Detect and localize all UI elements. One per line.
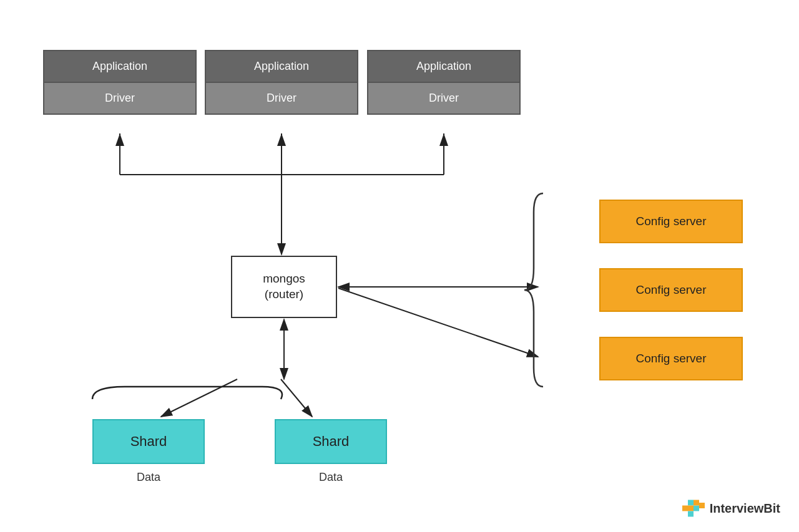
shard-box-1: Shard	[92, 419, 205, 464]
app3-bottom: Driver	[368, 83, 519, 114]
svg-line-14	[161, 379, 237, 417]
svg-rect-21	[694, 500, 699, 506]
svg-rect-22	[699, 503, 705, 508]
svg-rect-18	[688, 506, 694, 511]
app2-bottom: Driver	[206, 83, 357, 114]
config3-label: Config server	[636, 352, 707, 365]
shard-box-2: Shard	[275, 419, 387, 464]
svg-line-12	[338, 288, 538, 357]
data-label-2: Data	[275, 471, 387, 484]
logo-text: InterviewBit	[710, 501, 780, 516]
shard2-label: Shard	[313, 433, 350, 450]
mongos-label: mongos(router)	[263, 271, 305, 302]
svg-rect-17	[688, 500, 694, 506]
config-box-1: Config server	[599, 200, 743, 243]
svg-rect-20	[694, 506, 699, 511]
svg-rect-16	[682, 506, 688, 511]
app-box-1: Application Driver	[43, 50, 197, 115]
mongos-box: mongos(router)	[231, 256, 337, 318]
app3-top: Application	[368, 51, 519, 83]
config2-label: Config server	[636, 283, 707, 297]
app-box-3: Application Driver	[367, 50, 521, 115]
app1-bottom: Driver	[44, 83, 195, 114]
config1-label: Config server	[636, 215, 707, 228]
interviewbit-icon	[682, 497, 705, 520]
data-label-1: Data	[92, 471, 205, 484]
app2-top: Application	[206, 51, 357, 83]
svg-rect-19	[688, 511, 694, 517]
logo-area: InterviewBit	[682, 497, 780, 520]
diagram-container: Application Driver Application Driver Ap…	[0, 0, 799, 532]
config-box-2: Config server	[599, 268, 743, 312]
svg-line-15	[281, 379, 312, 417]
app-box-2: Application Driver	[205, 50, 358, 115]
shard1-label: Shard	[130, 433, 167, 450]
config-box-3: Config server	[599, 337, 743, 380]
app1-top: Application	[44, 51, 195, 83]
